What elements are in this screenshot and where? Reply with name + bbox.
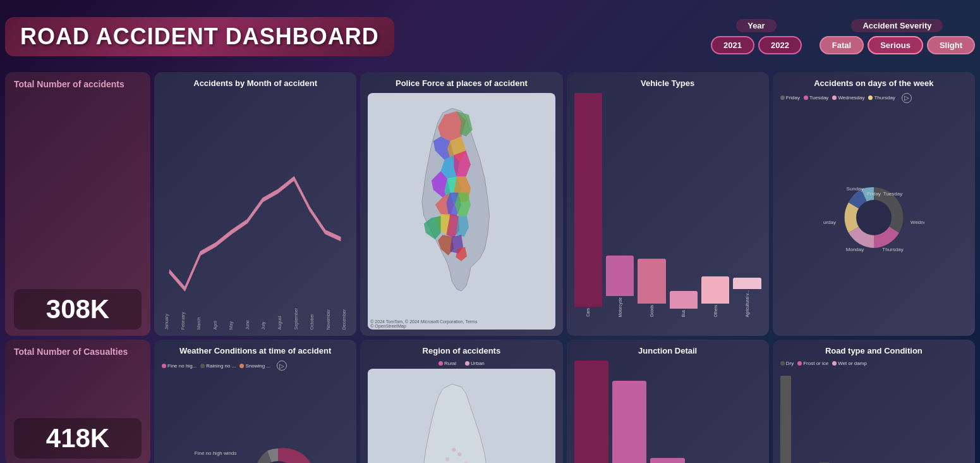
title-box: ROAD ACCIDENT DASHBOARD xyxy=(5,17,394,56)
road-group-oneway-bars xyxy=(895,373,929,463)
bar-tstagger-fill xyxy=(612,381,646,463)
severity-serious-button[interactable]: Serious xyxy=(868,36,923,54)
bar-roundabout: Roundabout xyxy=(689,361,723,463)
weather-chart-body: Fine no high winds - Snowing ... Snowing… xyxy=(162,373,349,463)
police-force-card: Police Force at places of accident xyxy=(360,72,562,336)
road-group-oneway: One way str... xyxy=(895,369,929,463)
bar-crossroads: Crossroads xyxy=(650,361,684,463)
year-2021-button[interactable]: 2021 xyxy=(711,36,754,54)
region-rural: Rural xyxy=(439,361,456,366)
month-feb: February xyxy=(181,308,185,330)
legend-thursday: Thursday xyxy=(868,95,895,101)
bar-not-junc: Not at jun... xyxy=(574,361,608,463)
svg-text:Monday: Monday xyxy=(846,247,864,252)
weather-donut-svg xyxy=(240,442,316,463)
road-group-single: Single carr... xyxy=(780,369,814,463)
row-2: Total Number of Casualties 418K Total Nu… xyxy=(5,340,975,463)
bar-others-fill xyxy=(701,276,729,304)
road-group-slip: Slip road xyxy=(934,369,967,463)
weather-more-button[interactable]: ▷ xyxy=(277,361,287,371)
svg-point-26 xyxy=(452,448,456,452)
vehicle-bar-row: Cars Motorcycle Goods Bus xyxy=(574,93,761,330)
road-group-dual: Dual carria... xyxy=(819,369,852,463)
bar-bus-fill xyxy=(670,291,698,309)
svg-point-28 xyxy=(445,457,449,461)
kpi-casualties-value-box: 418K xyxy=(14,418,142,459)
single-dry-bar xyxy=(780,376,791,463)
month-nov: November xyxy=(326,308,330,330)
road-type-body: Single carr... Dual carria... xyxy=(780,369,967,463)
svg-text:Thursday: Thursday xyxy=(882,247,903,252)
road-type-bars: Single carr... Dual carria... xyxy=(780,369,967,463)
region-title: Region of accidents xyxy=(368,346,555,357)
legend-snow-dot xyxy=(239,364,244,368)
year-buttons: 2021 2022 xyxy=(711,36,802,54)
kpi-casualties-title: Total Number of Casualties xyxy=(14,346,142,357)
svg-text:Sunday: Sunday xyxy=(846,186,863,192)
rt-wet-dot xyxy=(832,361,837,366)
region-legend: Rural Urban xyxy=(368,361,555,366)
dashboard-title: ROAD ACCIDENT DASHBOARD xyxy=(20,23,379,50)
year-filter-label: Year xyxy=(736,19,776,32)
bar-private: Private drive ... xyxy=(727,361,761,463)
legend-thursday-dot xyxy=(868,96,873,100)
bar-cars-label: Cars xyxy=(586,308,590,317)
month-mar: March xyxy=(197,308,201,330)
month-sep: September xyxy=(294,308,298,330)
road-type-legend: Dry Frost or ice Wet or damp xyxy=(780,361,967,366)
junction-bar-row: Not at jun... T or staggere... Crossroad… xyxy=(574,361,761,463)
kpi-casualties-value: 418K xyxy=(20,423,135,454)
road-group-single-bars xyxy=(780,376,814,463)
weather-legend: Fine no hig... Raining no ... Snowing ..… xyxy=(162,361,349,371)
bar-others-label: Others xyxy=(713,305,718,318)
road-type-title: Road type and Condition xyxy=(780,346,967,357)
bar-motorcycle-label: Motorcycle xyxy=(618,297,622,317)
weather-legend-fine: Fine no hig... xyxy=(162,363,197,369)
dow-legend: Friday Tuesday Wednesday Thursday ▷ xyxy=(780,93,967,103)
accidents-by-month-card: Accidents by Month of accident January F… xyxy=(154,72,356,336)
bar-goods: Goods xyxy=(638,93,665,317)
legend-friday-dot xyxy=(780,96,785,100)
severity-filter: Accident Severity Fatal Serious Slight xyxy=(820,19,975,54)
legend-fine-dot xyxy=(162,364,166,368)
severity-filter-label: Accident Severity xyxy=(851,19,943,32)
severity-slight-button[interactable]: Slight xyxy=(927,36,975,54)
region-map-svg xyxy=(368,369,555,463)
map-credit-1: © 2024 TomTom, © 2024 Microsoft Corporat… xyxy=(370,319,477,328)
bar-bus: Bus xyxy=(670,93,698,317)
region-map: © 2024 TomTom, © 2024 Microsoft Corporat… xyxy=(368,369,555,463)
dow-more-button[interactable]: ▷ xyxy=(902,93,912,103)
severity-buttons: Fatal Serious Slight xyxy=(820,36,975,54)
svg-point-1 xyxy=(856,200,892,235)
bar-notjunc-fill xyxy=(574,361,608,463)
month-oct: October xyxy=(310,308,314,330)
month-jun: June xyxy=(245,308,250,330)
kpi-accidents: Total Number of accidents 308K xyxy=(5,72,150,336)
accidents-by-month-body: January February March April May June Ju… xyxy=(162,93,349,330)
legend-rural-dot xyxy=(439,361,443,366)
year-2022-button[interactable]: 2022 xyxy=(758,36,802,54)
legend-rain-dot xyxy=(200,364,205,368)
police-force-title: Police Force at places of accident xyxy=(368,78,555,89)
police-force-map: © 2024 TomTom, © 2024 Microsoft Corporat… xyxy=(368,93,555,330)
bar-cars-fill xyxy=(574,93,602,307)
severity-fatal-button[interactable]: Fatal xyxy=(820,36,864,54)
legend-wednesday-dot xyxy=(832,96,837,100)
weather-legend-snow: Snowing ... xyxy=(239,363,270,369)
month-dec: December xyxy=(342,308,346,330)
accidents-by-month-title: Accidents by Month of accident xyxy=(162,78,349,89)
month-apr: April xyxy=(213,308,217,330)
bar-agricultural: Agricultural v... xyxy=(733,93,761,317)
uk-map-svg xyxy=(368,93,555,330)
svg-text:Friday: Friday xyxy=(867,191,881,197)
junction-body: Not at jun... T or staggere... Crossroad… xyxy=(574,361,761,463)
legend-urban-dot xyxy=(465,361,469,366)
region-body: © 2024 TomTom, © 2024 Microsoft Corporat… xyxy=(368,369,555,463)
bar-others: Others xyxy=(701,93,729,317)
bar-crossroads-fill xyxy=(650,458,684,463)
svg-text:Saturday: Saturday xyxy=(823,219,836,225)
rt-frost-dot xyxy=(797,361,802,366)
region-card: Region of accidents Rural Urban xyxy=(360,340,562,463)
fine-label-top: Fine no high winds xyxy=(195,450,237,456)
kpi-casualties: Total Number of Casualties 418K xyxy=(5,340,150,463)
